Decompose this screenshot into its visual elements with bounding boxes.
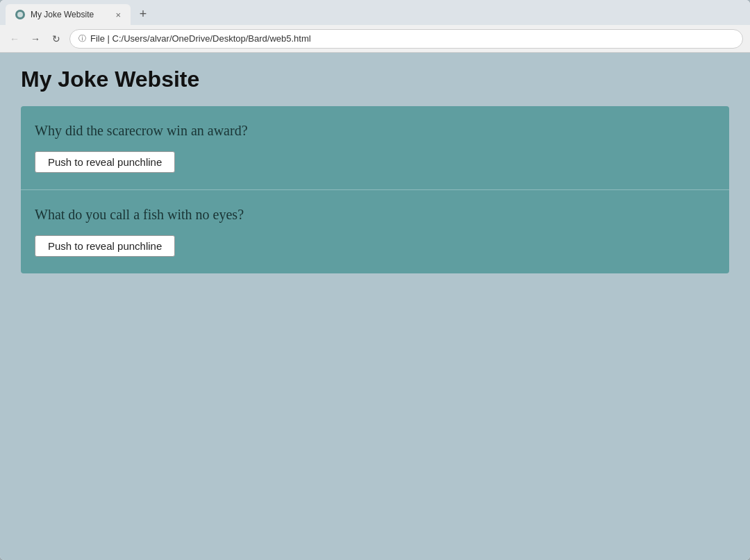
- joke-question-2: What do you call a fish with no eyes?: [35, 207, 715, 223]
- new-tab-button[interactable]: +: [133, 4, 153, 24]
- reload-button[interactable]: ↻: [49, 31, 64, 46]
- address-info-icon: ⓘ: [78, 33, 86, 44]
- tab-title: My Joke Website: [31, 10, 110, 19]
- address-bar[interactable]: ⓘ File | C:/Users/alvar/OneDrive/Desktop…: [69, 29, 743, 49]
- forward-button[interactable]: →: [28, 31, 43, 46]
- page-title: My Joke Website: [21, 67, 729, 92]
- reveal-punchline-button-1[interactable]: Push to reveal punchline: [35, 151, 175, 173]
- browser-window: My Joke Website × + ← → ↻ ⓘ File | C:/Us…: [0, 0, 750, 560]
- joke-question-1: Why did the scarecrow win an award?: [35, 123, 715, 139]
- back-button[interactable]: ←: [7, 31, 22, 46]
- jokes-container: Why did the scarecrow win an award? Push…: [21, 106, 729, 273]
- tab-close-button[interactable]: ×: [115, 10, 121, 19]
- joke-item-2: What do you call a fish with no eyes? Pu…: [21, 190, 729, 273]
- joke-item-1: Why did the scarecrow win an award? Push…: [21, 106, 729, 190]
- svg-point-0: [17, 12, 23, 17]
- address-text: File | C:/Users/alvar/OneDrive/Desktop/B…: [90, 33, 311, 44]
- reveal-punchline-button-2[interactable]: Push to reveal punchline: [35, 235, 175, 257]
- nav-bar: ← → ↻ ⓘ File | C:/Users/alvar/OneDrive/D…: [0, 25, 750, 53]
- tab-favicon: [15, 10, 25, 19]
- page-content: My Joke Website Why did the scarecrow wi…: [0, 53, 750, 560]
- active-tab[interactable]: My Joke Website ×: [6, 4, 131, 25]
- tab-bar: My Joke Website × +: [0, 0, 750, 25]
